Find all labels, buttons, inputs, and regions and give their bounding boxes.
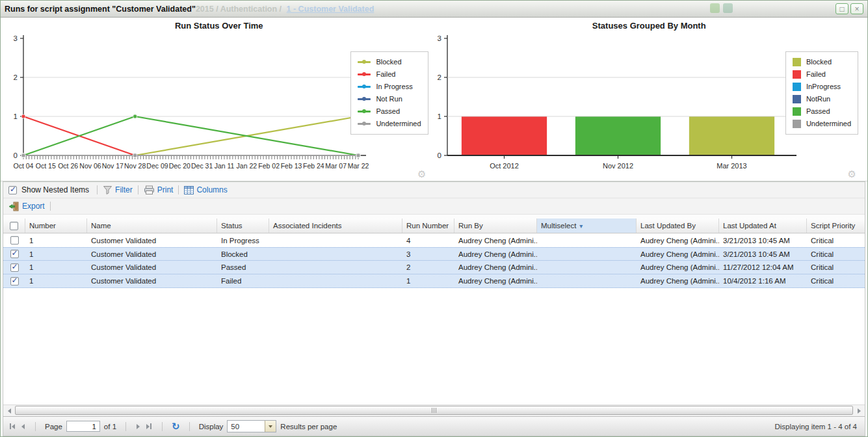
svg-text:1: 1 [437, 113, 441, 120]
column-header-select-all[interactable] [3, 218, 25, 233]
legend-item: Blocked [793, 58, 851, 66]
cell-multiselect [537, 248, 637, 260]
cell-multiselect [537, 261, 637, 274]
legend-label: Failed [806, 70, 826, 78]
legend-item: Not Run [358, 95, 421, 103]
cell-number: 1 [25, 233, 87, 247]
svg-text:3: 3 [437, 34, 441, 42]
column-header-run-number[interactable]: Run Number [402, 218, 454, 233]
table-row[interactable]: 1Customer ValidatedPassed2Audrey Cheng (… [3, 261, 865, 274]
runs-grid-panel: Show Nested Items Filter Print Columns E… [3, 181, 865, 436]
prev-page-button[interactable] [20, 423, 26, 430]
svg-text:Nov 28: Nov 28 [124, 162, 146, 170]
legend-label: Blocked [806, 58, 832, 66]
horizontal-scrollbar[interactable] [3, 404, 865, 416]
cell-associated_incidents [269, 261, 402, 274]
legend-line-swatch [358, 61, 371, 63]
page-size-select[interactable]: 50 [227, 420, 276, 432]
cell-multiselect [537, 274, 637, 287]
grid-header-row: NumberNameStatusAssociated IncidentsRun … [3, 218, 865, 233]
columns-button[interactable]: Columns [184, 185, 227, 194]
column-header-multiselect[interactable]: Multiselect▾ [537, 218, 637, 233]
legend-square-swatch [793, 70, 801, 79]
last-page-button[interactable] [145, 422, 153, 430]
pager-separator [189, 422, 190, 431]
legend-item: Passed [793, 107, 851, 115]
svg-text:0: 0 [14, 152, 18, 159]
table-row[interactable]: 1Customer ValidatedFailed1Audrey Cheng (… [3, 274, 865, 288]
svg-text:0: 0 [437, 152, 441, 159]
dialog-titlebar[interactable]: Runs for script assignment "Customer Val… [1, 1, 867, 18]
cell-multiselect [537, 233, 637, 247]
chart-settings-gear-icon[interactable]: ⚙ [417, 168, 426, 180]
background-artifact [710, 3, 720, 13]
legend-item: In Progress [358, 83, 421, 90]
row-checkbox[interactable] [10, 250, 19, 258]
column-header-number[interactable]: Number [25, 218, 87, 233]
scroll-left-arrow[interactable] [4, 405, 14, 416]
svg-text:Oct 04: Oct 04 [14, 162, 34, 170]
legend-item: Undetermined [358, 120, 421, 127]
row-checkbox[interactable] [10, 277, 19, 285]
export-button[interactable]: Export [8, 202, 45, 211]
column-header-name[interactable]: Name [87, 218, 217, 233]
show-nested-label: Show Nested Items [21, 185, 89, 194]
sort-arrow-icon: ▾ [579, 222, 583, 230]
svg-text:Mar 2013: Mar 2013 [717, 162, 746, 170]
svg-text:2: 2 [14, 73, 18, 81]
print-button[interactable]: Print [144, 185, 174, 195]
page-size-value: 50 [228, 423, 265, 430]
cell-last_updated_at: 3/21/2013 10:45 AM [719, 233, 807, 247]
svg-text:Oct 2012: Oct 2012 [490, 162, 519, 170]
filter-button[interactable]: Filter [103, 185, 133, 194]
cell-associated_incidents [269, 274, 402, 287]
legend-label: In Progress [376, 83, 412, 90]
cell-run_by: Audrey Cheng (Admini... [454, 274, 537, 287]
results-per-page-label: Results per page [280, 423, 337, 430]
legend-label: Undetermined [806, 120, 851, 127]
table-row[interactable]: 1Customer ValidatedIn Progress4Audrey Ch… [3, 233, 865, 247]
legend-line-swatch [358, 111, 371, 113]
cell-script_priority: Critical [807, 233, 865, 247]
cell-last_updated_by: Audrey Cheng (Admini... [637, 274, 719, 287]
column-header-status[interactable]: Status [217, 218, 269, 233]
bar-chart-title: Statuses Grouped By Month [434, 18, 865, 32]
close-button[interactable]: × [850, 3, 863, 14]
refresh-icon[interactable]: ↻ [172, 421, 180, 431]
select-all-checkbox[interactable] [10, 222, 18, 230]
legend-label: Failed [376, 70, 395, 78]
row-checkbox[interactable] [10, 236, 19, 245]
background-breadcrumb: 2015 / Authentication / 1 - Customer Val… [196, 5, 374, 14]
charts-panel: Run Status Over Time 0123Oct 04Oct 15Oct… [1, 18, 867, 181]
cell-last_updated_by: Audrey Cheng (Admini... [637, 233, 719, 247]
scrollbar-thumb[interactable] [15, 406, 853, 415]
column-header-run-by[interactable]: Run By [454, 218, 537, 233]
legend-line-swatch [358, 98, 371, 100]
column-header-last-updated-by[interactable]: Last Updated By [637, 218, 719, 233]
row-checkbox[interactable] [10, 263, 19, 272]
toolbar-separator [178, 185, 179, 194]
column-header-last-updated-at[interactable]: Last Updated At [719, 218, 807, 233]
cell-script_priority: Critical [807, 274, 865, 287]
cell-status: Blocked [217, 248, 269, 260]
show-nested-checkbox[interactable] [8, 186, 17, 194]
cell-last_updated_by: Audrey Cheng (Admini... [637, 261, 719, 274]
column-header-script-priority[interactable]: Script Priority [807, 218, 865, 233]
first-page-button[interactable] [8, 422, 16, 430]
background-artifact [723, 3, 733, 13]
column-header-associated-incidents[interactable]: Associated Incidents [269, 218, 402, 233]
printer-icon [144, 185, 155, 195]
page-of-label: of 1 [104, 423, 116, 430]
svg-text:Feb 02: Feb 02 [258, 162, 280, 170]
scroll-right-arrow[interactable] [854, 405, 864, 416]
chart-settings-gear-icon[interactable]: ⚙ [848, 168, 856, 180]
table-row[interactable]: 1Customer ValidatedBlocked3Audrey Cheng … [3, 247, 865, 261]
page-number-input[interactable] [66, 421, 100, 432]
maximize-button[interactable]: □ [835, 3, 848, 14]
next-page-button[interactable] [135, 423, 141, 430]
legend-square-swatch [793, 107, 801, 116]
chevron-down-icon[interactable] [265, 421, 276, 432]
legend-label: Blocked [376, 58, 401, 66]
svg-text:Feb 13: Feb 13 [281, 162, 302, 170]
pager-separator [125, 422, 126, 431]
